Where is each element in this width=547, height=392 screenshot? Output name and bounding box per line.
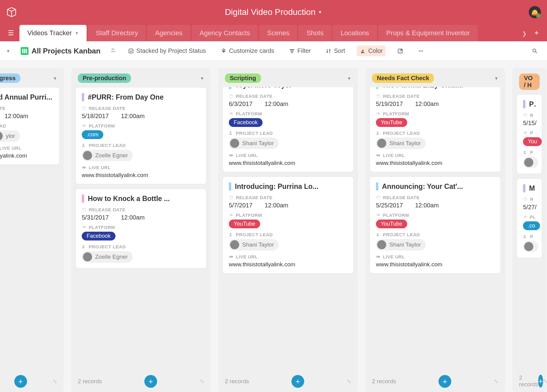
svg-rect-79 bbox=[377, 215, 377, 216]
field-label-live-url: LIVE URL bbox=[0, 145, 53, 151]
project-lead-pill[interactable] bbox=[523, 157, 538, 168]
kanban-board[interactable]: rogress▼d Annual Purri...TE12:00amADylor… bbox=[0, 61, 547, 392]
add-card-button[interactable]: + bbox=[291, 375, 304, 388]
kanban-card[interactable]: d Annual Purri...TE12:00amADylorLIVE URL… bbox=[0, 87, 60, 165]
live-url-value[interactable]: www.thisistotallyalink.com bbox=[376, 160, 494, 166]
platform-pill[interactable]: .co bbox=[523, 221, 540, 230]
tab-agency-contacts[interactable]: Agency Contacts bbox=[192, 25, 258, 41]
field-label-platform: P bbox=[523, 130, 536, 135]
tab-scenes[interactable]: Scenes bbox=[259, 25, 297, 41]
svg-rect-68 bbox=[377, 114, 377, 114]
add-card-button[interactable]: + bbox=[144, 375, 157, 388]
customize-cards-button[interactable]: Customize cards bbox=[218, 46, 277, 56]
base-title[interactable]: Digital Video Production ▼ bbox=[225, 7, 322, 17]
live-url-value[interactable]: tallyalink.com bbox=[0, 152, 53, 159]
collapse-column-icon[interactable]: ⤡ bbox=[494, 378, 498, 385]
sort-button[interactable]: Sort bbox=[322, 46, 348, 56]
live-url-value[interactable]: www.thisistotallyalink.com bbox=[229, 261, 347, 268]
column-title[interactable]: Scripting bbox=[225, 73, 261, 83]
column-menu-caret-icon[interactable]: ▼ bbox=[200, 76, 204, 81]
svg-rect-72 bbox=[378, 155, 380, 156]
add-card-button[interactable]: + bbox=[538, 375, 543, 387]
menu-icon[interactable]: ☰ bbox=[3, 25, 19, 41]
kanban-card[interactable]: The Purrina Lazy Chall...RELEASE DATE5/1… bbox=[370, 87, 501, 172]
search-button[interactable] bbox=[529, 46, 541, 56]
svg-rect-98 bbox=[525, 216, 526, 216]
project-lead-pill[interactable]: Shani Taylor bbox=[229, 239, 279, 251]
collapse-column-icon[interactable]: ⤡ bbox=[543, 378, 547, 384]
live-url-value[interactable]: www.thisistotallyalink.com bbox=[376, 261, 494, 268]
tab-staff-directory[interactable]: Staff Directory bbox=[88, 25, 146, 41]
collapse-column-icon[interactable]: ⤡ bbox=[347, 378, 351, 385]
kanban-card[interactable]: Introducing: Purrina Lo...RELEASE DATE5/… bbox=[222, 176, 354, 274]
stacked-by-button[interactable]: Stacked by Project Status bbox=[125, 46, 209, 56]
kanban-card[interactable]: PuR5/15/PYouP bbox=[517, 94, 542, 174]
column-header: Scripting▼ bbox=[218, 68, 358, 87]
more-options-button[interactable] bbox=[415, 46, 427, 56]
column-menu-caret-icon[interactable]: ▼ bbox=[53, 76, 57, 81]
column-cards[interactable]: d Annual Purri...TE12:00amADylorLIVE URL… bbox=[0, 87, 64, 371]
project-lead-pill[interactable]: Zoelle Egner bbox=[82, 150, 133, 161]
user-avatar[interactable] bbox=[529, 6, 541, 18]
column-title[interactable]: rogress bbox=[0, 73, 20, 83]
kanban-card[interactable]: How to Knock a Bottle ...RELEASE DATE5/3… bbox=[75, 189, 207, 268]
kanban-card[interactable]: #PURR: From Day OneRELEASE DATE5/18/2017… bbox=[75, 87, 207, 184]
tab-videos-tracker[interactable]: Videos Tracker ▼ bbox=[19, 25, 87, 41]
column-title[interactable]: Pre-production bbox=[78, 73, 131, 83]
tab-props-equipment[interactable]: Props & Equipment Inventor bbox=[378, 25, 478, 41]
add-tab-button[interactable]: + bbox=[529, 25, 544, 41]
platform-pill[interactable]: YouTube bbox=[376, 220, 407, 228]
platform-pill[interactable]: YouTube bbox=[376, 118, 407, 127]
project-lead-pill[interactable]: Shani Taylor bbox=[229, 138, 279, 149]
project-lead-pill[interactable] bbox=[523, 241, 538, 252]
column-cards[interactable]: Toys. More Toys.RELEASE DATE6/3/201712:0… bbox=[218, 87, 358, 371]
kanban-card[interactable]: MR5/27/PL.coP bbox=[517, 178, 542, 258]
logo-icon[interactable] bbox=[6, 7, 17, 18]
view-switcher[interactable]: All Projects Kanban bbox=[21, 47, 101, 55]
tab-locations[interactable]: Locations bbox=[333, 25, 377, 41]
project-lead-pill[interactable]: Shani Taylor bbox=[376, 138, 426, 149]
column-title[interactable]: Needs Fact Check bbox=[372, 73, 434, 83]
add-card-button[interactable]: + bbox=[14, 375, 27, 388]
column-cards[interactable]: #PURR: From Day OneRELEASE DATE5/18/2017… bbox=[71, 87, 211, 371]
color-button[interactable]: Color bbox=[357, 46, 386, 56]
platform-pill[interactable]: Facebook bbox=[229, 118, 263, 127]
svg-rect-100 bbox=[525, 217, 526, 218]
svg-point-11 bbox=[422, 50, 423, 51]
avatar bbox=[83, 151, 92, 160]
filter-button[interactable]: Filter bbox=[286, 46, 314, 56]
avatar bbox=[230, 240, 239, 249]
project-lead-pill[interactable]: Shani Taylor bbox=[376, 239, 426, 251]
tab-agencies[interactable]: Agencies bbox=[147, 25, 191, 41]
platform-pill[interactable]: YouTube bbox=[229, 220, 260, 228]
platform-pill[interactable]: Facebook bbox=[82, 232, 115, 240]
collapse-column-icon[interactable]: ⤡ bbox=[53, 378, 57, 385]
live-url-value[interactable]: www.thisistotallyalink.com bbox=[229, 160, 347, 166]
column-menu-caret-icon[interactable]: ▼ bbox=[494, 76, 498, 81]
kanban-card[interactable]: Toys. More Toys.RELEASE DATE6/3/201712:0… bbox=[222, 87, 354, 172]
share-button[interactable] bbox=[394, 46, 406, 56]
add-card-button[interactable]: + bbox=[439, 375, 451, 388]
card-color-bar bbox=[229, 182, 231, 191]
kanban-card[interactable]: Announcing: Your Cat'...RELEASE DATE5/25… bbox=[370, 176, 501, 274]
tool-label: Stacked by Project Status bbox=[136, 47, 206, 54]
column-title[interactable]: VO / H bbox=[519, 73, 540, 90]
column-footer: 2 records+⤡ bbox=[365, 371, 505, 392]
platform-pill[interactable]: .com bbox=[82, 130, 103, 139]
card-title: Announcing: Your Cat'... bbox=[382, 182, 463, 191]
collaborators-icon[interactable] bbox=[110, 47, 116, 55]
project-lead-pill[interactable]: ylor bbox=[0, 130, 20, 142]
project-lead-pill[interactable]: Zoelle Egner bbox=[82, 251, 133, 263]
tab-shots[interactable]: Shots bbox=[298, 25, 331, 41]
column-cards[interactable]: PuR5/15/PYouPMR5/27/PL.coP bbox=[512, 94, 546, 370]
tabs-scroll-right-icon[interactable]: ❯ bbox=[520, 26, 529, 41]
svg-rect-51 bbox=[230, 196, 233, 199]
column-header: VO / H bbox=[512, 68, 546, 94]
column-menu-caret-icon[interactable]: ▼ bbox=[347, 76, 351, 81]
view-menu-caret-icon[interactable]: ▼ bbox=[6, 49, 12, 53]
card-color-bar bbox=[82, 93, 84, 101]
collapse-column-icon[interactable]: ⤡ bbox=[200, 378, 204, 385]
live-url-value[interactable]: www.thisistotallyalink.com bbox=[82, 172, 200, 179]
column-cards[interactable]: The Purrina Lazy Chall...RELEASE DATE5/1… bbox=[365, 87, 505, 371]
platform-pill[interactable]: You bbox=[523, 137, 542, 146]
